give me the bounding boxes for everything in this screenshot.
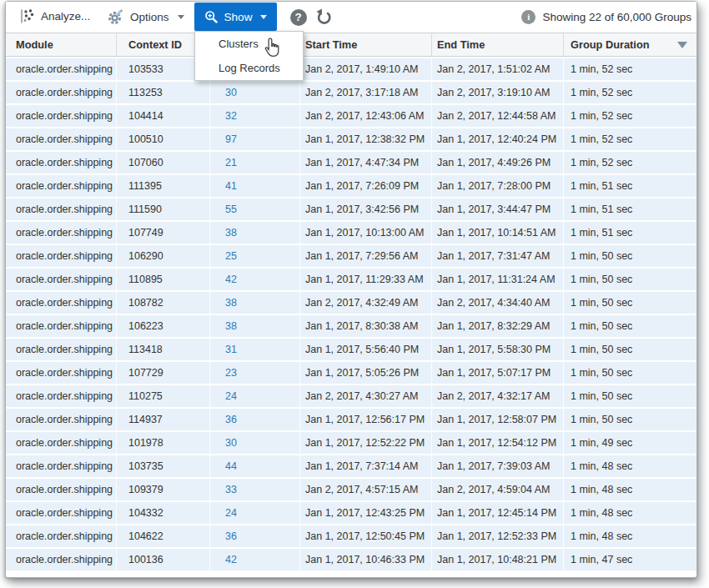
analyze-label: Analyze... xyxy=(41,10,90,23)
table-row[interactable]: oracle.order.shipping11027524Jan 2, 2017… xyxy=(6,385,696,407)
cell-module: oracle.order.shipping xyxy=(6,339,116,360)
table-row[interactable]: oracle.order.shipping11341831Jan 1, 2017… xyxy=(6,339,696,360)
cell-count-link[interactable]: 21 xyxy=(209,152,299,173)
chevron-down-icon xyxy=(178,15,184,19)
table-row[interactable]: oracle.order.shipping10373544Jan 1, 2017… xyxy=(6,455,696,477)
table-row[interactable]: oracle.order.shipping10462236Jan 1, 2017… xyxy=(6,525,696,547)
cell-start-time: Jan 2, 2017, 12:43:06 AM xyxy=(299,105,431,127)
table-row[interactable]: oracle.order.shipping10013642Jan 1, 2017… xyxy=(6,549,696,570)
cell-module: oracle.order.shipping xyxy=(6,455,116,477)
analyze-button[interactable]: Analyze... xyxy=(18,8,90,24)
screenshot-stage: Analyze... Options xyxy=(0,0,709,588)
cell-module: oracle.order.shipping xyxy=(6,152,116,173)
refresh-icon xyxy=(315,8,333,26)
cell-context-id: 101978 xyxy=(116,432,209,454)
cell-module: oracle.order.shipping xyxy=(6,409,116,430)
cell-count-link[interactable]: 32 xyxy=(209,105,299,127)
cell-count-link[interactable]: 38 xyxy=(209,315,299,337)
table-row[interactable]: oracle.order.shipping10051097Jan 1, 2017… xyxy=(6,128,696,150)
cell-group-duration: 1 min, 51 sec xyxy=(563,175,696,197)
cell-count-link[interactable]: 44 xyxy=(209,455,299,477)
cell-group-duration: 1 min, 48 sec xyxy=(563,455,696,477)
help-button[interactable]: ? xyxy=(289,8,307,26)
cell-end-time: Jan 1, 2017, 5:07:17 PM xyxy=(431,362,563,384)
scatter-chart-icon xyxy=(18,8,35,24)
cell-module: oracle.order.shipping xyxy=(6,222,116,244)
chevron-down-icon xyxy=(260,15,267,19)
cell-count-link[interactable]: 33 xyxy=(209,479,299,500)
cell-count-link[interactable]: 38 xyxy=(209,222,299,244)
cell-count-link[interactable]: 24 xyxy=(209,502,299,524)
cell-start-time: Jan 2, 2017, 4:57:15 AM xyxy=(299,479,431,500)
cell-end-time: Jan 2, 2017, 12:44:58 AM xyxy=(431,105,563,127)
col-header-module[interactable]: Module xyxy=(6,33,116,56)
menu-item-log-records[interactable]: Log Records xyxy=(195,56,303,80)
log-groups-window: Analyze... Options xyxy=(5,1,697,578)
table-row[interactable]: oracle.order.shipping11089542Jan 1, 2017… xyxy=(6,269,696,290)
cell-count-link[interactable]: 36 xyxy=(209,409,299,430)
cell-end-time: Jan 2, 2017, 4:34:40 AM xyxy=(431,292,563,314)
table-row[interactable]: oracle.order.shipping10878238Jan 2, 2017… xyxy=(6,292,696,314)
show-button[interactable]: Show xyxy=(194,3,277,31)
col-header-group-duration[interactable]: Group Duration xyxy=(563,33,696,56)
cell-module: oracle.order.shipping xyxy=(6,175,116,197)
cell-module: oracle.order.shipping xyxy=(6,315,116,337)
cell-count-link[interactable]: 97 xyxy=(209,128,299,150)
table-row[interactable]: oracle.order.shipping10433224Jan 1, 2017… xyxy=(6,502,696,524)
cell-count-link[interactable]: 30 xyxy=(209,432,299,454)
cell-count-link[interactable]: 38 xyxy=(209,292,299,314)
cell-count-link[interactable]: 42 xyxy=(209,269,299,290)
cell-end-time: Jan 1, 2017, 8:32:29 AM xyxy=(431,315,563,337)
table-row[interactable]: oracle.order.shipping11159055Jan 1, 2017… xyxy=(6,199,696,220)
cell-context-id: 104414 xyxy=(116,105,209,127)
cell-group-duration: 1 min, 52 sec xyxy=(563,82,696,103)
cell-count-link[interactable]: 31 xyxy=(209,339,299,360)
table-row[interactable]: oracle.order.shipping10622338Jan 1, 2017… xyxy=(6,315,696,337)
cell-start-time: Jan 1, 2017, 12:43:25 PM xyxy=(299,502,431,524)
cell-group-duration: 1 min, 50 sec xyxy=(563,245,696,267)
cell-context-id: 113253 xyxy=(116,82,209,103)
cell-end-time: Jan 1, 2017, 12:52:33 PM xyxy=(431,525,563,547)
cell-group-duration: 1 min, 50 sec xyxy=(563,362,696,384)
cell-count-link[interactable]: 41 xyxy=(209,175,299,197)
showing-status: i Showing 22 of 60,000 Groups xyxy=(521,2,691,33)
cell-count-link[interactable]: 25 xyxy=(209,245,299,267)
table-row[interactable]: oracle.order.shipping10772923Jan 1, 2017… xyxy=(6,362,696,384)
cell-module: oracle.order.shipping xyxy=(6,549,116,570)
table-row[interactable]: oracle.order.shipping11325330Jan 2, 2017… xyxy=(6,82,696,103)
cell-group-duration: 1 min, 50 sec xyxy=(563,409,696,430)
options-button[interactable]: Options xyxy=(108,8,184,25)
table-row[interactable]: oracle.order.shipping11139541Jan 1, 2017… xyxy=(6,175,696,197)
show-label: Show xyxy=(224,11,253,23)
cell-count-link[interactable]: 24 xyxy=(209,385,299,407)
cell-context-id: 106290 xyxy=(116,245,209,267)
cell-count-link[interactable]: 42 xyxy=(209,549,299,570)
table-row[interactable]: oracle.order.shipping10441432Jan 2, 2017… xyxy=(6,105,696,127)
col-header-end-time[interactable]: End Time xyxy=(431,33,563,56)
cell-group-duration: 1 min, 47 sec xyxy=(563,549,696,570)
cell-module: oracle.order.shipping xyxy=(6,245,116,267)
col-header-start-time[interactable]: Start Time xyxy=(299,33,431,56)
cell-module: oracle.order.shipping xyxy=(6,128,116,150)
sort-descending-icon[interactable] xyxy=(677,42,687,48)
table-row[interactable]: oracle.order.shipping103533Jan 2, 2017, … xyxy=(6,58,696,80)
cell-context-id: 100136 xyxy=(116,549,209,570)
cell-module: oracle.order.shipping xyxy=(6,385,116,407)
cell-context-id: 107060 xyxy=(116,152,209,173)
cell-count-link[interactable]: 30 xyxy=(209,82,299,103)
table-row[interactable]: oracle.order.shipping11493736Jan 1, 2017… xyxy=(6,409,696,430)
cell-count-link[interactable]: 55 xyxy=(209,199,299,220)
cell-end-time: Jan 1, 2017, 10:48:21 PM xyxy=(431,549,563,570)
cell-count-link[interactable]: 36 xyxy=(209,525,299,547)
table-row[interactable]: oracle.order.shipping10937933Jan 2, 2017… xyxy=(6,479,696,500)
table-row[interactable]: oracle.order.shipping10706021Jan 1, 2017… xyxy=(6,152,696,173)
cell-module: oracle.order.shipping xyxy=(6,199,116,220)
table-row[interactable]: oracle.order.shipping10197830Jan 1, 2017… xyxy=(6,432,696,454)
cell-count-link[interactable]: 23 xyxy=(209,362,299,384)
table-row[interactable]: oracle.order.shipping10774938Jan 1, 2017… xyxy=(6,222,696,244)
show-dropdown-menu: Clusters Log Records xyxy=(194,31,304,81)
table-row[interactable]: oracle.order.shipping10629025Jan 1, 2017… xyxy=(6,245,696,267)
refresh-button[interactable] xyxy=(315,8,333,26)
menu-item-clusters[interactable]: Clusters xyxy=(195,32,303,56)
cell-start-time: Jan 2, 2017, 4:30:27 AM xyxy=(299,385,431,407)
